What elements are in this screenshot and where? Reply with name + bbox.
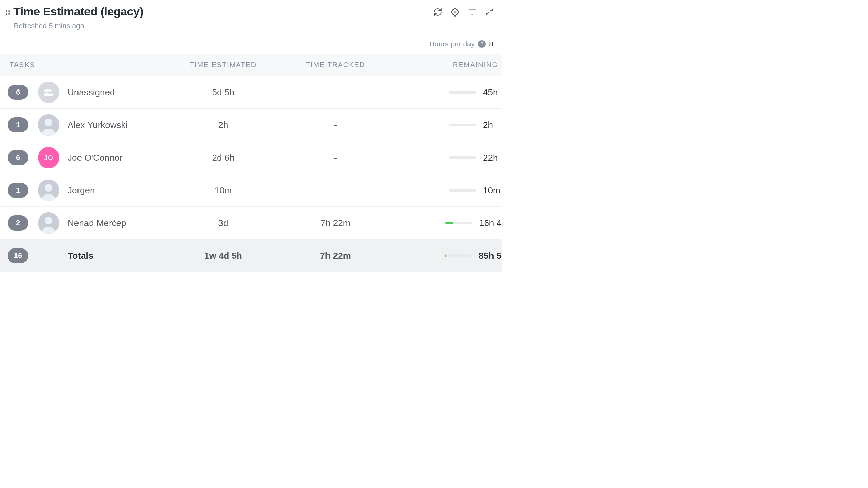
totals-estimated: 1w 4d 5h bbox=[172, 251, 275, 261]
totals-count: 16 bbox=[8, 248, 28, 263]
hours-per-day-label: Hours per day bbox=[429, 40, 475, 48]
avatar[interactable] bbox=[38, 180, 59, 201]
expand-icon[interactable] bbox=[484, 7, 495, 17]
cell-remaining: 22h bbox=[483, 152, 502, 163]
svg-point-0 bbox=[454, 11, 456, 13]
header-actions bbox=[433, 5, 495, 17]
svg-point-10 bbox=[45, 184, 52, 192]
task-count-badge: 6 bbox=[8, 150, 28, 165]
assignee-name: Alex Yurkowski bbox=[68, 120, 172, 130]
hours-per-day-value: 8 bbox=[489, 40, 493, 48]
cell-tracked: 7h 22m bbox=[275, 218, 396, 229]
drag-handle[interactable] bbox=[3, 5, 10, 15]
widget-title: Time Estimated (legacy) bbox=[13, 5, 143, 18]
progress-bar bbox=[449, 189, 476, 192]
col-estimated: TIME ESTIMATED bbox=[172, 61, 275, 69]
help-icon[interactable]: ? bbox=[478, 40, 486, 48]
table-row[interactable]: 1 Alex Yurkowski 2h - 2h bbox=[0, 109, 502, 141]
cell-remaining: 2h bbox=[483, 120, 502, 130]
cell-estimated: 3d bbox=[172, 218, 275, 229]
svg-point-8 bbox=[45, 119, 52, 126]
col-tracked: TIME TRACKED bbox=[275, 61, 396, 69]
svg-point-12 bbox=[45, 217, 52, 224]
progress-bar bbox=[445, 222, 472, 224]
progress-bar bbox=[449, 91, 476, 94]
widget-header: Time Estimated (legacy) Refreshed 5 mins… bbox=[0, 0, 502, 35]
svg-point-4 bbox=[46, 89, 49, 92]
cell-remaining: 45h bbox=[483, 87, 502, 98]
cell-tracked: - bbox=[275, 185, 396, 196]
col-remaining: REMAINING bbox=[396, 61, 502, 69]
refreshed-label: Refreshed 5 mins ago bbox=[13, 22, 143, 30]
svg-point-5 bbox=[49, 89, 51, 92]
totals-progress bbox=[445, 254, 472, 257]
cell-estimated: 10m bbox=[172, 185, 275, 196]
svg-point-6 bbox=[44, 90, 46, 92]
table-row[interactable]: 6 Unassigned 5d 5h - 45h bbox=[0, 76, 502, 109]
totals-tracked: 7h 22m bbox=[275, 251, 396, 261]
avatar[interactable] bbox=[38, 82, 59, 103]
assignee-name: Nenad Merćep bbox=[68, 218, 172, 229]
cell-estimated: 2d 6h bbox=[172, 152, 275, 163]
totals-remaining: 85h 5 bbox=[479, 251, 502, 261]
cell-estimated: 2h bbox=[172, 120, 275, 130]
table-header: TASKS TIME ESTIMATED TIME TRACKED REMAIN… bbox=[0, 54, 502, 76]
task-count-badge: 6 bbox=[8, 85, 28, 100]
col-tasks: TASKS bbox=[10, 61, 172, 69]
task-count-badge: 1 bbox=[8, 117, 28, 132]
cell-tracked: - bbox=[275, 120, 396, 130]
hours-per-day-bar: Hours per day ? 8 bbox=[0, 35, 502, 54]
table-row[interactable]: 6 JO Joe O'Connor 2d 6h - 22h bbox=[0, 141, 502, 174]
table-row[interactable]: 1 Jorgen 10m - 10m bbox=[0, 174, 502, 207]
assignee-name: Joe O'Connor bbox=[68, 152, 172, 163]
avatar[interactable] bbox=[38, 114, 59, 136]
cell-tracked: - bbox=[275, 152, 396, 163]
progress-bar bbox=[449, 156, 476, 159]
filter-icon[interactable] bbox=[467, 7, 477, 17]
totals-label: Totals bbox=[68, 251, 172, 261]
assignee-name: Unassigned bbox=[68, 87, 172, 98]
avatar[interactable]: JO bbox=[38, 147, 59, 168]
totals-row: 16 Totals 1w 4d 5h 7h 22m 85h 5 bbox=[0, 240, 502, 272]
task-count-badge: 2 bbox=[8, 215, 28, 231]
cell-tracked: - bbox=[275, 87, 396, 98]
table-row[interactable]: 2 Nenad Merćep 3d 7h 22m 16h 4 bbox=[0, 207, 502, 240]
gear-icon[interactable] bbox=[450, 7, 460, 17]
task-count-badge: 1 bbox=[8, 183, 28, 198]
progress-bar bbox=[449, 124, 476, 126]
refresh-icon[interactable] bbox=[433, 7, 443, 17]
assignee-name: Jorgen bbox=[68, 185, 172, 196]
cell-remaining: 10m bbox=[483, 185, 502, 196]
avatar[interactable] bbox=[38, 212, 59, 234]
cell-remaining: 16h 4 bbox=[479, 218, 502, 229]
cell-estimated: 5d 5h bbox=[172, 87, 275, 98]
